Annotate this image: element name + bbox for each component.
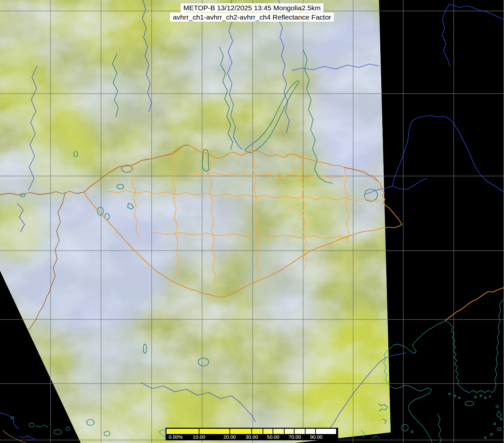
colorbar-cell	[285, 429, 295, 434]
colorbar-tick-label: 0.00%	[169, 434, 183, 440]
satellite-product-view: METOP-B 13/12/2025 13:45 Mongolia2.5km a…	[0, 0, 504, 443]
colorbar-cell	[306, 429, 316, 434]
colorbar-tick-label: 30.00	[246, 434, 258, 440]
colorbar-cell	[263, 429, 274, 434]
image-title-line2: avhrr_ch1-avhrr_ch2-avhrr_ch4 Reflectanc…	[170, 13, 334, 22]
image-title-line1: METOP-B 13/12/2025 13:45 Mongolia2.5km	[181, 3, 323, 12]
colorbar-tick-label: 10.00	[193, 434, 205, 440]
colorbar-tick-label: 50.00	[267, 434, 280, 440]
satellite-map	[0, 0, 504, 443]
colorbar-tick-label: 70.00	[289, 434, 301, 440]
colorbar-cell	[230, 429, 252, 434]
colorbar-tick-label: 20.00	[223, 434, 236, 440]
colorbar-cell	[273, 429, 284, 434]
colorbar-cell	[199, 429, 230, 434]
colorbar-cells	[167, 429, 337, 434]
colorbar-cell	[252, 429, 263, 434]
colorbar-legend: 0.00%10.0020.0030.0050.0070.0090.00	[166, 428, 338, 440]
colorbar-inner: 0.00%10.0020.0030.0050.0070.0090.00	[167, 429, 337, 439]
colorbar-cell	[316, 429, 336, 434]
colorbar-cell	[167, 429, 199, 434]
colorbar-cell	[295, 429, 306, 434]
colorbar-labels: 0.00%10.0020.0030.0050.0070.0090.00	[167, 434, 337, 439]
colorbar-tick-label: 90.00	[310, 434, 323, 440]
